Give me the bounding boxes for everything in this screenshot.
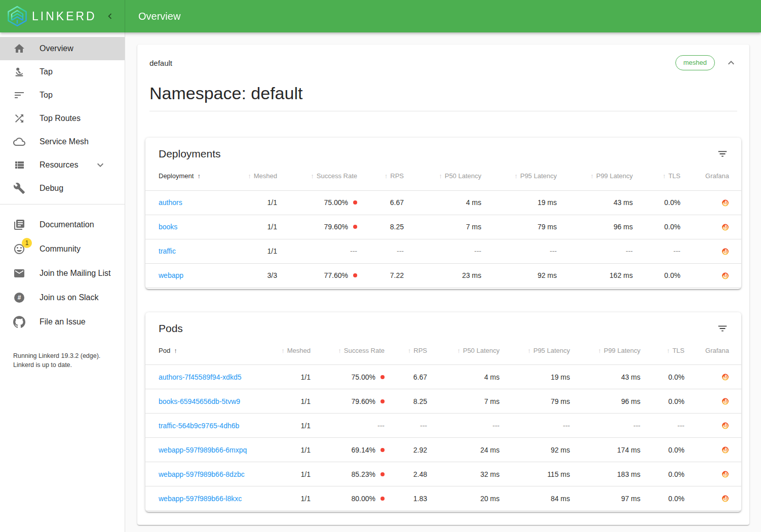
sort-header-p50-latency[interactable]: ↑P50 Latency [457, 347, 500, 354]
sort-header-rps[interactable]: ↑RPS [408, 347, 427, 354]
status-dot [353, 200, 357, 204]
sort-header-p95-latency[interactable]: ↑P95 Latency [527, 347, 570, 354]
deployment-link[interactable]: authors [159, 198, 182, 207]
pod-link[interactable]: traffic-564b9c9765-4dh6b [159, 422, 239, 430]
sidebar-item-label: Join us on Slack [40, 293, 99, 302]
sidebar-item-join-the-mailing-list[interactable]: Join the Mailing List [0, 261, 125, 285]
sort-header-pod[interactable]: Pod↑ [159, 347, 177, 354]
mail-icon [13, 267, 25, 279]
cell-p99-latency: 162 ms [557, 263, 633, 288]
wrench-icon [13, 182, 25, 194]
sort-header-p50-latency[interactable]: ↑P50 Latency [439, 172, 481, 180]
table-header-row: Pod↑↑Meshed↑Success Rate↑RPS↑P50 Latency… [145, 337, 741, 365]
grafana-link[interactable] [721, 421, 729, 430]
sort-header-rps[interactable]: ↑RPS [385, 172, 404, 180]
sort-arrow-up-icon: ↑ [590, 172, 594, 180]
sort-arrow-up-icon: ↑ [338, 347, 341, 354]
status-dot [380, 448, 385, 452]
grafana-link[interactable] [721, 271, 729, 279]
sort-header-p99-latency[interactable]: ↑P99 Latency [590, 172, 633, 180]
cell-name: webapp-597f989b66-l8kxc [145, 486, 263, 511]
cell-tls: 0.0% [633, 215, 680, 239]
sidebar-item-top[interactable]: Top [0, 84, 125, 107]
sidebar-item-debug[interactable]: Debug [0, 177, 125, 200]
cell-p50-latency: 20 ms [427, 486, 500, 511]
cell-grafana [680, 239, 741, 263]
cell-meshed: 1/1 [263, 389, 311, 414]
sort-header-success-rate[interactable]: ↑Success Rate [338, 347, 385, 354]
deployment-link[interactable]: traffic [159, 247, 176, 255]
sidebar-item-overview[interactable]: Overview [0, 37, 125, 60]
brand: LINKERD [0, 0, 125, 32]
cell-grafana [684, 462, 741, 486]
pod-link[interactable]: authors-7f45589f94-xdkd5 [159, 373, 241, 381]
sidebar-item-top-routes[interactable]: Top Routes [0, 107, 125, 130]
sidebar-item-tap[interactable]: Tap [0, 60, 125, 84]
cell-p99-latency: 183 ms [570, 462, 640, 486]
pod-link[interactable]: books-65945656db-5tvw9 [159, 397, 240, 405]
sort-header-tls[interactable]: ↑TLS [667, 347, 684, 354]
grafana-link[interactable] [721, 198, 729, 207]
sort-header-meshed[interactable]: ↑Meshed [248, 172, 277, 180]
cell-p50-latency: --- [427, 414, 500, 438]
grafana-link[interactable] [721, 470, 729, 478]
pod-link[interactable]: webapp-597f989b66-8dzbc [159, 470, 245, 478]
cell-p95-latency: 79 ms [500, 389, 570, 414]
grafana-link[interactable] [721, 247, 729, 255]
deployment-link[interactable]: webapp [159, 271, 183, 279]
deployments-panel: Deployments Deployment↑↑Meshed↑Success R… [145, 138, 741, 289]
cell-p50-latency: 24 ms [427, 438, 500, 462]
cell-success-rate: --- [277, 239, 357, 263]
sort-arrow-up-icon: ↑ [408, 347, 411, 354]
cell-rps: 7.22 [357, 263, 404, 288]
grafana-link[interactable] [721, 397, 729, 405]
sidebar-item-label: Community [40, 244, 81, 254]
sort-header-p95-latency[interactable]: ↑P95 Latency [514, 172, 557, 180]
grafana-icon [721, 470, 729, 478]
sort-header-p99-latency[interactable]: ↑P99 Latency [598, 347, 640, 354]
cell-meshed: 1/1 [230, 215, 277, 239]
cell-tls: 0.0% [633, 190, 680, 215]
filter-icon[interactable] [717, 323, 728, 334]
sort-header-tls[interactable]: ↑TLS [663, 172, 680, 180]
pod-link[interactable]: webapp-597f989b66-l8kxc [159, 495, 242, 503]
sort-arrow-up-icon: ↑ [281, 347, 285, 354]
grafana-link[interactable] [721, 222, 729, 231]
cell-meshed: 1/1 [263, 438, 311, 462]
sidebar-item-service-mesh[interactable]: Service Mesh [0, 130, 125, 153]
cell-meshed: 1/1 [263, 414, 311, 438]
sidebar-collapse-button[interactable] [104, 11, 116, 22]
cell-meshed: 1/1 [230, 190, 277, 215]
filter-icon[interactable] [717, 148, 728, 159]
sidebar-nav: Overview Tap Top Top Routes Service Mesh… [0, 37, 125, 200]
sort-header-meshed[interactable]: ↑Meshed [281, 347, 311, 354]
sort-arrow-up-icon: ↑ [385, 172, 388, 180]
collapse-panel-button[interactable] [725, 57, 737, 69]
sidebar-item-community[interactable]: 1 Community [0, 237, 125, 261]
cell-grafana [680, 263, 741, 288]
grafana-link[interactable] [721, 445, 729, 454]
sort-header-deployment[interactable]: Deployment↑ [159, 172, 201, 180]
sort-header-success-rate[interactable]: ↑Success Rate [311, 172, 357, 180]
grafana-link[interactable] [721, 494, 729, 503]
main-content: default meshed Namespace: default Deploy… [125, 32, 761, 525]
cell-name: books-65945656db-5tvw9 [145, 389, 263, 414]
sort-arrow-up-icon: ↑ [667, 347, 670, 354]
sidebar-item-file-an-issue[interactable]: File an Issue [0, 310, 125, 334]
cell-p50-latency: 32 ms [427, 462, 500, 486]
sidebar-item-resources[interactable]: Resources [0, 153, 125, 177]
pod-link[interactable]: webapp-597f989b66-6mxpq [159, 446, 247, 454]
sidebar-item-join-us-on-slack[interactable]: # Join us on Slack [0, 285, 125, 310]
cell-meshed: 1/1 [263, 486, 311, 511]
sidebar-item-documentation[interactable]: Documentation [0, 213, 125, 237]
deployment-link[interactable]: books [159, 223, 177, 231]
cell-p99-latency: 43 ms [570, 365, 640, 389]
sort-arrow-up-icon: ↑ [527, 347, 531, 354]
cell-p99-latency: 96 ms [570, 389, 640, 414]
cell-success-rate: 77.60% [277, 263, 357, 288]
svg-text:#: # [18, 294, 21, 301]
table-row: traffic-564b9c9765-4dh6b 1/1 --- --- ---… [145, 414, 741, 438]
column-header-grafana: Grafana [705, 172, 729, 180]
grafana-link[interactable] [721, 373, 729, 381]
cell-p95-latency: 115 ms [500, 462, 570, 486]
